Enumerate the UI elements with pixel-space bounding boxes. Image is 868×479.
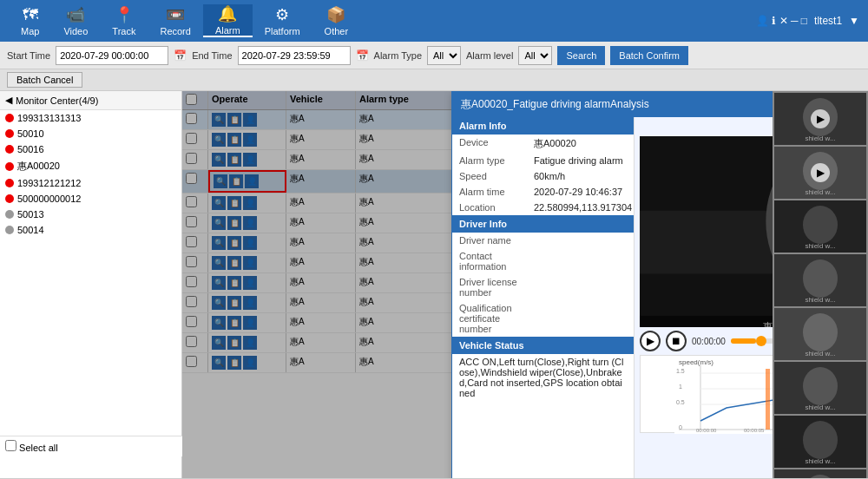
nav-record[interactable]: 📼 Record — [148, 5, 202, 36]
nav-other[interactable]: 📦 Other — [312, 5, 361, 36]
vehicle-status-header: Vehicle Status — [452, 337, 634, 354]
thumb-item[interactable]: shield w... — [774, 416, 866, 468]
sidebar-item-huia00020[interactable]: 惠A00020 — [0, 157, 181, 175]
sidebar-item-50016[interactable]: 50016 — [0, 141, 181, 157]
sidebar-item-label: 50014 — [17, 225, 44, 235]
nav-track[interactable]: 📍 Track — [100, 5, 148, 36]
thumb-item[interactable]: shield w... — [774, 469, 866, 478]
stop-button[interactable]: ⏹ — [666, 331, 687, 351]
video-icon: 📹 — [66, 5, 85, 24]
alarm-level-select[interactable]: All — [518, 46, 552, 65]
monitor-center-title: Monitor Center(4/9) — [16, 95, 98, 106]
thumb-item[interactable]: shield w... — [774, 254, 866, 306]
svg-text:00:00:00: 00:00:00 — [696, 428, 717, 433]
filter-bar: Start Time 📅 End Time 📅 Alarm Type All A… — [0, 42, 868, 69]
sidebar-item-label: 50010 — [17, 128, 44, 139]
play-button[interactable]: ▶ — [640, 331, 661, 351]
svg-text:shield w...: shield w... — [805, 135, 835, 142]
collapse-icon[interactable]: ◀ — [5, 95, 12, 106]
start-time-input[interactable] — [56, 46, 168, 65]
calendar-icon-start[interactable]: 📅 — [174, 49, 187, 62]
modal-overlay: 惠A00020_Fatigue driving alarmAnalysis ✕ … — [182, 91, 868, 478]
search-button[interactable]: Search — [557, 46, 605, 65]
track-icon: 📍 — [115, 5, 134, 24]
alarm-level-label: Alarm level — [466, 50, 513, 61]
nav-map[interactable]: 🗺 Map — [9, 6, 51, 36]
main-layout: ◀ Monitor Center(4/9) 199313131313 50010… — [0, 91, 868, 478]
map-icon: 🗺 — [23, 6, 38, 24]
end-time-label: End Time — [192, 50, 232, 61]
sidebar-item-50013[interactable]: 50013 — [0, 207, 181, 222]
sidebar-item-label: 50016 — [17, 144, 44, 154]
svg-text:shield w...: shield w... — [805, 457, 835, 465]
sidebar-item-label: 50013 — [17, 209, 44, 220]
sidebar: ◀ Monitor Center(4/9) 199313131313 50010… — [0, 91, 182, 478]
record-icon: 📼 — [166, 5, 185, 24]
user-icons: 👤 ℹ ✕ ─ □ — [756, 15, 807, 27]
batch-confirm-button[interactable]: Batch Confirm — [610, 46, 688, 65]
status-dot-red — [5, 162, 14, 171]
svg-text:shield w...: shield w... — [805, 242, 835, 250]
svg-text:speed(m/s): speed(m/s) — [679, 358, 713, 366]
user-area: 👤 ℹ ✕ ─ □ tltest1 ▼ — [756, 15, 859, 27]
modal-title: 惠A00020_Fatigue driving alarmAnalysis — [461, 97, 649, 112]
table-area: Operate Vehicle Alarm type Alarm level A… — [182, 91, 868, 478]
batch-cancel-button[interactable]: Batch Cancel — [7, 72, 82, 88]
status-dot-gray — [5, 226, 14, 234]
svg-text:0: 0 — [679, 424, 682, 430]
end-time-input[interactable] — [238, 46, 351, 65]
calendar-icon-end[interactable]: 📅 — [356, 49, 369, 62]
sidebar-header: ◀ Monitor Center(4/9) — [0, 91, 181, 110]
progress-dot — [756, 336, 766, 346]
svg-text:0.5: 0.5 — [676, 399, 685, 405]
svg-rect-25 — [766, 369, 770, 430]
field-alarm-type: Alarm type Fatigue driving alarm — [452, 153, 634, 168]
status-dot-red — [5, 129, 14, 138]
nav-video[interactable]: 📹 Video — [51, 5, 100, 36]
username: tltest1 — [814, 15, 842, 27]
nav-map-label: Map — [21, 26, 39, 36]
sidebar-item-199313131313[interactable]: 199313131313 — [0, 110, 181, 126]
thumb-item[interactable]: shield w... — [774, 362, 866, 414]
status-dot-red — [5, 145, 14, 154]
nav-video-label: Video — [63, 26, 88, 36]
sidebar-item-199312121212[interactable]: 199312121212 — [0, 175, 181, 191]
status-dot-red — [5, 194, 14, 203]
select-all-checkbox[interactable] — [5, 440, 16, 451]
nav-alarm[interactable]: 🔔 Alarm — [203, 4, 253, 37]
field-vehicle-status: ACC ON,Left turn(Close),Right turn (Clos… — [452, 354, 634, 401]
thumb-item[interactable]: shield w... ▶ — [774, 93, 866, 145]
thumb-item[interactable]: shield w... ▶ — [774, 147, 866, 199]
driver-info-header: Driver Info — [452, 215, 634, 233]
alarm-type-select[interactable]: All — [427, 46, 461, 65]
sidebar-item-500000000012[interactable]: 500000000012 — [0, 191, 181, 207]
thumb-item[interactable]: shield w... — [774, 200, 866, 253]
nav-platform[interactable]: ⚙ Platform — [253, 5, 312, 36]
svg-text:shield w...: shield w... — [805, 188, 835, 196]
field-alarm-time: Alarm time 2020-07-29 10:46:37 — [452, 184, 634, 200]
sidebar-item-50014[interactable]: 50014 — [0, 222, 181, 238]
thumb-play-icon[interactable]: ▶ — [811, 109, 830, 128]
sidebar-item-50010[interactable]: 50010 — [0, 126, 181, 141]
svg-point-42 — [803, 259, 838, 298]
svg-point-39 — [803, 206, 838, 244]
svg-text:1.5: 1.5 — [676, 368, 685, 374]
status-dot-gray — [5, 210, 14, 219]
thumbnail-strip: shield w... ▶ shield w... ▶ shield w... … — [773, 91, 868, 478]
sidebar-item-label: 199312121212 — [17, 178, 81, 188]
status-dot-red — [5, 179, 14, 187]
field-contact: Contact information — [452, 248, 634, 274]
svg-text:shield w...: shield w... — [805, 350, 835, 358]
field-license: Driver license number — [452, 274, 634, 300]
thumb-play-icon[interactable]: ▶ — [811, 163, 830, 182]
sidebar-item-label: 500000000012 — [17, 194, 81, 204]
field-driver-name: Driver name — [452, 233, 634, 248]
nav-alarm-label: Alarm — [215, 25, 240, 36]
thumb-item[interactable]: shield w... — [774, 308, 866, 360]
field-qual-cert: Qualification certificate number — [452, 300, 634, 337]
nav-platform-label: Platform — [265, 26, 300, 36]
svg-point-48 — [803, 367, 838, 405]
select-all-label: Select all — [19, 443, 58, 453]
alarm-type-label: Alarm Type — [374, 50, 422, 61]
start-time-label: Start Time — [7, 50, 50, 61]
